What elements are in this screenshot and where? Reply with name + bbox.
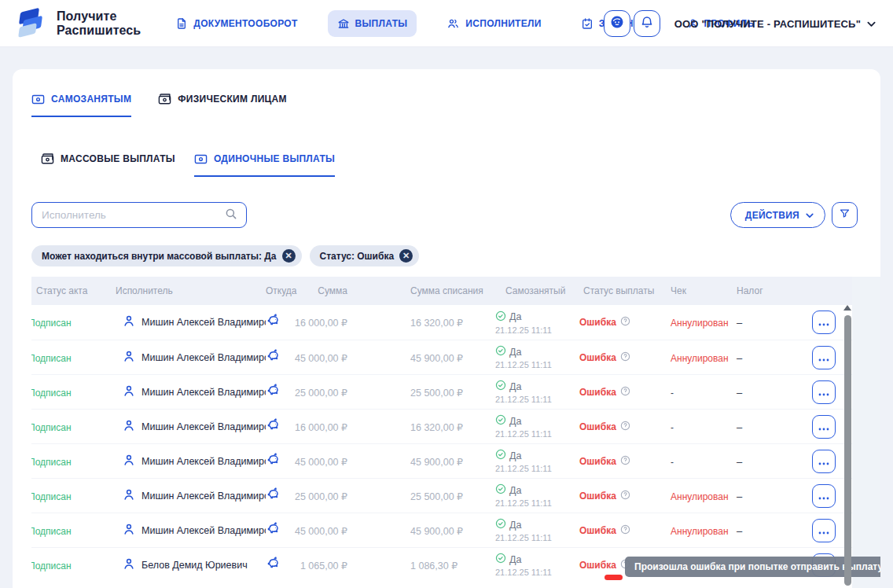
col-amount: Сумма bbox=[288, 285, 347, 296]
app-logo: Получите Распишитесь bbox=[13, 7, 141, 40]
row-actions-button[interactable] bbox=[812, 311, 836, 334]
person-icon bbox=[122, 557, 136, 574]
tab-label: ОДИНОЧНЫЕ ВЫПЛАТЫ bbox=[214, 153, 335, 164]
receipt-value: Аннулирован bbox=[671, 318, 729, 329]
payments-table: Статус акта Исполнитель Откуда Сумма Сум… bbox=[31, 277, 858, 588]
self-employed-value: Да bbox=[509, 485, 521, 496]
question-circle-icon[interactable] bbox=[620, 421, 630, 433]
self-employed-date: 21.12.25 11:11 bbox=[495, 464, 578, 473]
payment-status-value: Ошибка bbox=[579, 491, 616, 502]
col-tax: Налог bbox=[729, 285, 792, 296]
self-employed-value: Да bbox=[509, 520, 521, 531]
question-circle-icon[interactable] bbox=[620, 386, 630, 399]
nav-item-payments[interactable]: ВЫПЛАТЫ bbox=[328, 10, 417, 37]
payment-status-value: Ошибка bbox=[579, 352, 616, 363]
document-icon bbox=[175, 17, 188, 30]
search-input[interactable] bbox=[42, 209, 224, 221]
remove-filter-button[interactable]: ✕ bbox=[282, 249, 296, 263]
tab-mass-payments[interactable]: МАССОВЫЕ ВЫПЛАТЫ bbox=[41, 153, 175, 177]
table-scrollbar bbox=[843, 305, 852, 588]
actions-button-label: ДЕЙСТВИЯ bbox=[745, 210, 799, 221]
question-circle-icon[interactable] bbox=[620, 455, 630, 468]
row-actions-button[interactable] bbox=[812, 450, 836, 473]
table-row: Подписан Мишин Алексей Владимирович 16 0… bbox=[31, 305, 858, 340]
calendar-check-icon bbox=[581, 17, 593, 30]
tax-value: – bbox=[737, 421, 742, 433]
topbar: Получите Распишитесь ДОКУМЕНТООБОРОТ ВЫП… bbox=[0, 0, 893, 47]
col-payment-status: Статус выплаты bbox=[578, 285, 671, 296]
executor-name: Мишин Алексей Владимирович bbox=[141, 456, 266, 467]
self-employed-value: Да bbox=[509, 450, 521, 461]
tax-value: – bbox=[737, 317, 742, 329]
question-circle-icon[interactable] bbox=[620, 490, 630, 502]
debit-amount-value: 16 320,00 ₽ bbox=[410, 318, 463, 329]
banknotes-stack-icon bbox=[158, 93, 171, 105]
executor-name: Мишин Алексей Владимирович bbox=[141, 352, 266, 363]
tax-value: – bbox=[737, 352, 742, 364]
executor-name: Мишин Алексей Владимирович bbox=[141, 421, 266, 432]
question-circle-icon[interactable] bbox=[620, 524, 630, 537]
question-circle-icon[interactable] bbox=[620, 351, 630, 364]
remove-filter-button[interactable]: ✕ bbox=[399, 249, 413, 263]
act-status-value: Подписан bbox=[31, 318, 72, 329]
payment-status-value: Ошибка bbox=[579, 317, 616, 328]
support-button[interactable] bbox=[604, 10, 630, 37]
people-icon bbox=[446, 17, 460, 30]
amount-value: 25 000,00 ₽ bbox=[295, 491, 347, 502]
piggy-bank-icon bbox=[266, 388, 281, 401]
row-actions-button[interactable] bbox=[812, 519, 836, 542]
piggy-bank-icon bbox=[266, 526, 281, 539]
right-gutter bbox=[852, 277, 880, 588]
topbar-right: ООО "ПОЛУЧИТЕ - РАСПИШИТЕСЬ" bbox=[604, 0, 876, 47]
table-body: Подписан Мишин Алексей Владимирович 16 0… bbox=[31, 305, 858, 582]
tax-value: – bbox=[737, 491, 742, 502]
search-field bbox=[31, 202, 247, 228]
piggy-bank-icon bbox=[266, 353, 281, 366]
person-icon bbox=[122, 453, 136, 470]
org-name: ООО "ПОЛУЧИТЕ - РАСПИШИТЕСЬ" bbox=[674, 18, 861, 30]
row-actions-button[interactable] bbox=[812, 484, 836, 508]
tab-single-payments[interactable]: ОДИНОЧНЫЕ ВЫПЛАТЫ bbox=[194, 153, 335, 177]
row-actions-button[interactable] bbox=[812, 415, 836, 439]
scrollbar-thumb[interactable] bbox=[844, 315, 851, 586]
executor-name: Белов Демид Юриевич bbox=[141, 560, 266, 571]
check-circle-icon bbox=[495, 414, 506, 428]
tax-value: – bbox=[737, 456, 742, 468]
notifications-button[interactable] bbox=[634, 10, 660, 37]
self-employed-value: Да bbox=[509, 381, 521, 392]
tab-individuals[interactable]: ФИЗИЧЕСКИМ ЛИЦАМ bbox=[158, 93, 287, 117]
red-cursor-marker bbox=[605, 575, 623, 580]
tax-value: – bbox=[737, 525, 742, 537]
secondary-tabs: МАССОВЫЕ ВЫПЛАТЫ ОДИНОЧНЫЕ ВЫПЛАТЫ bbox=[41, 153, 335, 177]
org-selector[interactable]: ООО "ПОЛУЧИТЕ - РАСПИШИТЕСЬ" bbox=[674, 17, 876, 31]
filter-chip: Статус: Ошибка ✕ bbox=[310, 245, 420, 266]
nav-item-documents[interactable]: ДОКУМЕНТООБОРОТ bbox=[166, 10, 307, 37]
col-receipt: Чек bbox=[671, 285, 729, 296]
ellipsis-icon bbox=[818, 489, 829, 503]
person-icon bbox=[122, 384, 136, 401]
nav-item-executors[interactable]: ИСПОЛНИТЕЛИ bbox=[437, 10, 550, 37]
check-circle-icon bbox=[495, 345, 506, 358]
actions-button[interactable]: ДЕЙСТВИЯ bbox=[730, 202, 825, 228]
question-circle-icon[interactable] bbox=[620, 316, 630, 329]
person-icon bbox=[122, 418, 136, 435]
row-actions-button[interactable] bbox=[812, 346, 836, 369]
self-employed-date: 21.12.25 11:11 bbox=[495, 429, 578, 439]
self-employed-value: Да bbox=[509, 311, 521, 322]
debit-amount-value: 1 086,30 ₽ bbox=[410, 560, 458, 571]
filter-button[interactable] bbox=[832, 202, 858, 228]
col-source: Откуда bbox=[266, 285, 288, 296]
funnel-icon bbox=[839, 208, 851, 222]
tab-label: САМОЗАНЯТЫМ bbox=[51, 94, 131, 105]
debit-amount-value: 16 320,00 ₽ bbox=[410, 422, 463, 433]
act-status-value: Подписан bbox=[31, 388, 72, 399]
receipt-value: Аннулирован bbox=[671, 353, 729, 364]
check-circle-icon bbox=[495, 553, 506, 566]
bank-icon bbox=[337, 17, 350, 30]
row-actions-button[interactable] bbox=[812, 380, 836, 404]
tab-self-employed[interactable]: САМОЗАНЯТЫМ bbox=[31, 93, 131, 117]
debit-amount-value: 25 500,00 ₽ bbox=[410, 388, 463, 399]
tab-label: МАССОВЫЕ ВЫПЛАТЫ bbox=[61, 153, 175, 164]
scroll-up-arrow[interactable] bbox=[843, 305, 851, 311]
filter-chip-label: Статус: Ошибка bbox=[320, 251, 395, 262]
